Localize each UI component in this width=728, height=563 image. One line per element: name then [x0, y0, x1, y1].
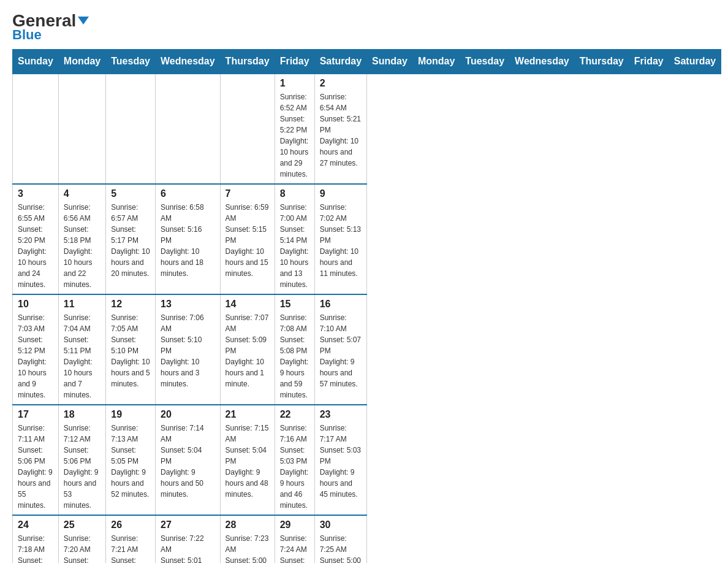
logo-blue-text: Blue: [12, 27, 42, 43]
calendar-cell: 9Sunrise: 7:02 AM Sunset: 5:13 PM Daylig…: [314, 184, 366, 294]
day-info: Sunrise: 7:17 AM Sunset: 5:03 PM Dayligh…: [320, 423, 362, 500]
day-number: 27: [161, 519, 215, 530]
day-number: 11: [64, 299, 100, 310]
column-header-saturday: Saturday: [669, 50, 721, 74]
day-number: 16: [320, 299, 362, 310]
calendar-cell: 6Sunrise: 6:58 AM Sunset: 5:16 PM Daylig…: [155, 184, 220, 294]
column-header-monday: Monday: [58, 50, 105, 74]
day-info: Sunrise: 6:57 AM Sunset: 5:17 PM Dayligh…: [111, 202, 150, 279]
week-row-4: 17Sunrise: 7:11 AM Sunset: 5:06 PM Dayli…: [13, 405, 721, 515]
calendar-cell: 20Sunrise: 7:14 AM Sunset: 5:04 PM Dayli…: [155, 405, 220, 515]
day-number: 17: [18, 409, 53, 420]
calendar-cell: 27Sunrise: 7:22 AM Sunset: 5:01 PM Dayli…: [155, 515, 220, 563]
column-header-tuesday: Tuesday: [106, 50, 156, 74]
day-info: Sunrise: 7:04 AM Sunset: 5:11 PM Dayligh…: [64, 312, 100, 400]
day-number: 5: [111, 188, 150, 199]
column-header-monday: Monday: [412, 50, 460, 74]
day-number: 13: [161, 299, 215, 310]
day-info: Sunrise: 7:05 AM Sunset: 5:10 PM Dayligh…: [111, 312, 150, 389]
day-number: 15: [280, 299, 309, 310]
calendar-cell: 16Sunrise: 7:10 AM Sunset: 5:07 PM Dayli…: [314, 294, 366, 405]
calendar-cell: 28Sunrise: 7:23 AM Sunset: 5:00 PM Dayli…: [220, 515, 275, 563]
day-number: 14: [226, 299, 270, 310]
column-header-friday: Friday: [275, 50, 314, 74]
column-header-wednesday: Wednesday: [510, 50, 575, 74]
day-info: Sunrise: 7:25 AM Sunset: 5:00 PM Dayligh…: [320, 533, 362, 563]
calendar-cell: 1Sunrise: 6:52 AM Sunset: 5:22 PM Daylig…: [275, 74, 314, 184]
day-info: Sunrise: 7:14 AM Sunset: 5:04 PM Dayligh…: [161, 423, 215, 500]
calendar-cell: 8Sunrise: 7:00 AM Sunset: 5:14 PM Daylig…: [275, 184, 314, 294]
day-number: 30: [320, 519, 362, 530]
week-row-1: 1Sunrise: 6:52 AM Sunset: 5:22 PM Daylig…: [13, 74, 721, 184]
day-number: 7: [226, 188, 270, 199]
day-info: Sunrise: 7:11 AM Sunset: 5:06 PM Dayligh…: [18, 423, 53, 511]
day-number: 1: [280, 78, 309, 89]
column-header-tuesday: Tuesday: [460, 50, 510, 74]
day-number: 6: [161, 188, 215, 199]
calendar-cell: 22Sunrise: 7:16 AM Sunset: 5:03 PM Dayli…: [275, 405, 314, 515]
logo-triangle-icon: [78, 17, 89, 25]
column-header-sunday: Sunday: [367, 50, 413, 74]
day-number: 29: [280, 519, 309, 530]
day-number: 3: [18, 188, 53, 199]
week-row-2: 3Sunrise: 6:55 AM Sunset: 5:20 PM Daylig…: [13, 184, 721, 294]
day-number: 18: [64, 409, 100, 420]
calendar-cell: [13, 74, 59, 184]
column-header-thursday: Thursday: [574, 50, 629, 74]
calendar-cell: 24Sunrise: 7:18 AM Sunset: 5:02 PM Dayli…: [13, 515, 59, 563]
day-number: 22: [280, 409, 309, 420]
day-number: 23: [320, 409, 362, 420]
calendar-cell: 11Sunrise: 7:04 AM Sunset: 5:11 PM Dayli…: [58, 294, 105, 405]
day-info: Sunrise: 7:23 AM Sunset: 5:00 PM Dayligh…: [226, 533, 270, 563]
calendar-cell: 5Sunrise: 6:57 AM Sunset: 5:17 PM Daylig…: [106, 184, 156, 294]
day-info: Sunrise: 7:18 AM Sunset: 5:02 PM Dayligh…: [18, 533, 53, 563]
day-info: Sunrise: 6:52 AM Sunset: 5:22 PM Dayligh…: [280, 91, 309, 180]
column-header-thursday: Thursday: [220, 50, 275, 74]
calendar-cell: 4Sunrise: 6:56 AM Sunset: 5:18 PM Daylig…: [58, 184, 105, 294]
calendar-cell: 10Sunrise: 7:03 AM Sunset: 5:12 PM Dayli…: [13, 294, 59, 405]
day-info: Sunrise: 7:03 AM Sunset: 5:12 PM Dayligh…: [18, 312, 53, 400]
day-number: 4: [64, 188, 100, 199]
calendar-cell: 12Sunrise: 7:05 AM Sunset: 5:10 PM Dayli…: [106, 294, 156, 405]
day-number: 12: [111, 299, 150, 310]
day-info: Sunrise: 6:56 AM Sunset: 5:18 PM Dayligh…: [64, 202, 100, 290]
day-number: 9: [320, 188, 362, 199]
calendar-cell: 3Sunrise: 6:55 AM Sunset: 5:20 PM Daylig…: [13, 184, 59, 294]
day-info: Sunrise: 7:20 AM Sunset: 5:02 PM Dayligh…: [64, 533, 100, 563]
day-info: Sunrise: 7:22 AM Sunset: 5:01 PM Dayligh…: [161, 533, 215, 563]
day-info: Sunrise: 6:59 AM Sunset: 5:15 PM Dayligh…: [226, 202, 270, 279]
day-number: 10: [18, 299, 53, 310]
column-header-sunday: Sunday: [13, 50, 59, 74]
day-info: Sunrise: 7:21 AM Sunset: 5:01 PM Dayligh…: [111, 533, 150, 563]
day-info: Sunrise: 7:02 AM Sunset: 5:13 PM Dayligh…: [320, 202, 362, 279]
day-number: 24: [18, 519, 53, 530]
week-row-3: 10Sunrise: 7:03 AM Sunset: 5:12 PM Dayli…: [13, 294, 721, 405]
day-number: 20: [161, 409, 215, 420]
page-header: General Blue: [12, 12, 716, 43]
calendar-cell: 17Sunrise: 7:11 AM Sunset: 5:06 PM Dayli…: [13, 405, 59, 515]
day-info: Sunrise: 7:15 AM Sunset: 5:04 PM Dayligh…: [226, 423, 270, 500]
day-info: Sunrise: 6:58 AM Sunset: 5:16 PM Dayligh…: [161, 202, 215, 279]
day-number: 8: [280, 188, 309, 199]
calendar-cell: 21Sunrise: 7:15 AM Sunset: 5:04 PM Dayli…: [220, 405, 275, 515]
calendar-cell: 7Sunrise: 6:59 AM Sunset: 5:15 PM Daylig…: [220, 184, 275, 294]
calendar-cell: 30Sunrise: 7:25 AM Sunset: 5:00 PM Dayli…: [314, 515, 366, 563]
week-row-5: 24Sunrise: 7:18 AM Sunset: 5:02 PM Dayli…: [13, 515, 721, 563]
calendar-cell: 15Sunrise: 7:08 AM Sunset: 5:08 PM Dayli…: [275, 294, 314, 405]
column-header-saturday: Saturday: [314, 50, 366, 74]
day-info: Sunrise: 7:10 AM Sunset: 5:07 PM Dayligh…: [320, 312, 362, 389]
day-info: Sunrise: 7:07 AM Sunset: 5:09 PM Dayligh…: [226, 312, 270, 389]
header-row: SundayMondayTuesdayWednesdayThursdayFrid…: [13, 50, 721, 74]
day-info: Sunrise: 7:16 AM Sunset: 5:03 PM Dayligh…: [280, 423, 309, 511]
day-info: Sunrise: 7:00 AM Sunset: 5:14 PM Dayligh…: [280, 202, 309, 290]
calendar-cell: [220, 74, 275, 184]
day-number: 28: [226, 519, 270, 530]
calendar-cell: 25Sunrise: 7:20 AM Sunset: 5:02 PM Dayli…: [58, 515, 105, 563]
day-info: Sunrise: 6:54 AM Sunset: 5:21 PM Dayligh…: [320, 91, 362, 169]
day-number: 25: [64, 519, 100, 530]
calendar-cell: 23Sunrise: 7:17 AM Sunset: 5:03 PM Dayli…: [314, 405, 366, 515]
calendar-cell: [58, 74, 105, 184]
column-header-friday: Friday: [629, 50, 669, 74]
calendar-cell: 13Sunrise: 7:06 AM Sunset: 5:10 PM Dayli…: [155, 294, 220, 405]
day-info: Sunrise: 7:08 AM Sunset: 5:08 PM Dayligh…: [280, 312, 309, 400]
